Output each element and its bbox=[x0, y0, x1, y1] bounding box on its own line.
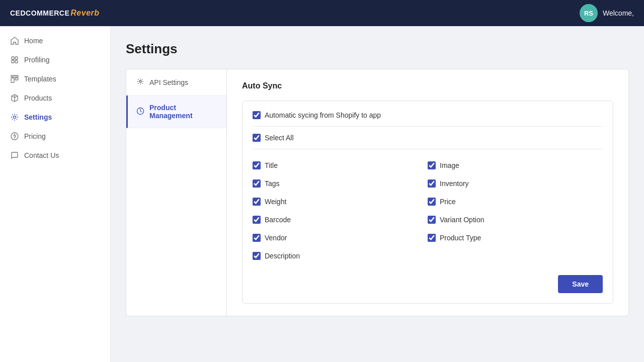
checkbox-variant-label: Variant Option bbox=[440, 216, 484, 224]
settings-nav-icon bbox=[10, 113, 19, 122]
svg-point-7 bbox=[14, 116, 16, 119]
checkbox-weight[interactable] bbox=[253, 198, 261, 206]
checkbox-barcode[interactable] bbox=[253, 216, 261, 224]
select-all-checkbox[interactable] bbox=[253, 134, 261, 142]
sidebar-item-contact-label: Contact Us bbox=[24, 151, 59, 159]
auto-sync-title: Auto Sync bbox=[242, 81, 613, 90]
checkbox-description-label: Description bbox=[265, 252, 300, 260]
sidebar-item-profiling[interactable]: Profiling bbox=[0, 50, 110, 69]
checkbox-col-2: Image Inventory Price bbox=[428, 156, 603, 265]
svg-point-8 bbox=[11, 133, 18, 140]
sidebar-item-home[interactable]: Home bbox=[0, 31, 110, 50]
settings-nav-api[interactable]: API Settings bbox=[126, 69, 226, 96]
svg-rect-4 bbox=[11, 75, 18, 77]
checkbox-tags[interactable] bbox=[253, 179, 261, 188]
sidebar-item-products[interactable]: Products bbox=[0, 88, 110, 108]
save-row: Save bbox=[253, 275, 603, 293]
divider-2 bbox=[253, 149, 603, 149]
checkbox-inventory-label: Inventory bbox=[440, 179, 469, 188]
settings-nav-product-mgmt[interactable]: Product Management bbox=[126, 96, 226, 128]
main-content: Settings API Settings bbox=[111, 26, 644, 362]
checkbox-vendor[interactable] bbox=[253, 234, 261, 242]
clock-icon bbox=[136, 107, 144, 117]
checkbox-price-label: Price bbox=[440, 198, 456, 206]
checkbox-grid: Title Tags Weight bbox=[253, 156, 603, 265]
gear-icon bbox=[136, 77, 144, 87]
auto-sync-label: Automatic sycing from Shopify to app bbox=[265, 111, 381, 119]
home-icon bbox=[10, 36, 19, 45]
layout: Home Profiling Templates bbox=[0, 26, 644, 362]
select-all-row: Select All bbox=[253, 134, 603, 142]
settings-nav-product-label: Product Management bbox=[149, 104, 216, 120]
checkbox-inventory-row: Inventory bbox=[428, 174, 603, 193]
checkbox-variant-row: Variant Option bbox=[428, 211, 603, 229]
checkbox-vendor-row: Vendor bbox=[253, 229, 428, 247]
svg-rect-6 bbox=[15, 78, 18, 80]
sidebar: Home Profiling Templates bbox=[0, 26, 111, 362]
sidebar-item-templates-label: Templates bbox=[24, 75, 56, 83]
sidebar-item-pricing[interactable]: Pricing bbox=[0, 127, 110, 146]
divider-1 bbox=[253, 126, 603, 127]
svg-rect-3 bbox=[15, 60, 18, 63]
auto-sync-row: Automatic sycing from Shopify to app bbox=[253, 111, 603, 119]
save-button[interactable]: Save bbox=[558, 275, 603, 293]
checkbox-image-row: Image bbox=[428, 156, 603, 174]
welcome-text: Welcome, bbox=[603, 9, 634, 17]
sidebar-item-products-label: Products bbox=[24, 94, 52, 102]
products-icon bbox=[10, 94, 19, 103]
logo-ced: CEDCOMMERCE bbox=[10, 9, 69, 17]
sidebar-item-settings[interactable]: Settings bbox=[0, 108, 110, 127]
checkbox-barcode-row: Barcode bbox=[253, 211, 428, 229]
checkbox-product-type-row: Product Type bbox=[428, 229, 603, 247]
settings-nav-api-label: API Settings bbox=[149, 78, 188, 86]
select-all-label: Select All bbox=[265, 134, 294, 142]
checkbox-weight-label: Weight bbox=[265, 198, 286, 206]
pricing-icon bbox=[10, 132, 19, 141]
checkbox-product-type-label: Product Type bbox=[440, 234, 481, 242]
checkbox-variant[interactable] bbox=[428, 216, 436, 224]
sidebar-item-pricing-label: Pricing bbox=[24, 132, 46, 140]
sidebar-item-templates[interactable]: Templates bbox=[0, 69, 110, 88]
page-title: Settings bbox=[126, 41, 629, 57]
avatar: RS bbox=[580, 4, 598, 22]
checkbox-title-label: Title bbox=[265, 161, 278, 169]
auto-sync-checkbox[interactable] bbox=[253, 111, 261, 119]
checkbox-barcode-label: Barcode bbox=[265, 216, 291, 224]
sidebar-item-home-label: Home bbox=[24, 37, 43, 45]
checkbox-price-row: Price bbox=[428, 193, 603, 211]
checkbox-description-row: Description bbox=[253, 247, 428, 265]
contact-icon bbox=[10, 151, 19, 160]
sidebar-item-contact-us[interactable]: Contact Us bbox=[0, 146, 110, 165]
checkbox-tags-row: Tags bbox=[253, 174, 428, 193]
settings-content-area: Auto Sync Automatic sycing from Shopify … bbox=[227, 69, 628, 316]
svg-point-9 bbox=[139, 80, 141, 82]
checkbox-product-type[interactable] bbox=[428, 234, 436, 242]
checkbox-tags-label: Tags bbox=[265, 179, 280, 188]
checkbox-inventory[interactable] bbox=[428, 179, 436, 188]
templates-icon bbox=[10, 74, 19, 83]
checkbox-vendor-label: Vendor bbox=[265, 234, 287, 242]
profiling-icon bbox=[10, 55, 19, 64]
svg-rect-5 bbox=[11, 78, 14, 82]
header: CEDCOMMERCE Reverb RS Welcome, bbox=[0, 0, 644, 26]
checkbox-image[interactable] bbox=[428, 161, 436, 169]
logo-reverb: Reverb bbox=[70, 9, 99, 18]
checkbox-image-label: Image bbox=[440, 161, 459, 169]
checkbox-price[interactable] bbox=[428, 198, 436, 206]
checkbox-title[interactable] bbox=[253, 161, 261, 169]
svg-rect-2 bbox=[12, 60, 14, 63]
settings-container: API Settings Product Management Auto Syn… bbox=[126, 69, 629, 316]
sidebar-item-settings-label: Settings bbox=[24, 113, 52, 121]
checkbox-col-1: Title Tags Weight bbox=[253, 156, 428, 265]
header-right: RS Welcome, bbox=[580, 4, 634, 22]
logo: CEDCOMMERCE Reverb bbox=[10, 9, 100, 18]
checkbox-description[interactable] bbox=[253, 252, 261, 260]
sidebar-item-profiling-label: Profiling bbox=[24, 56, 50, 64]
checkbox-title-row: Title bbox=[253, 156, 428, 174]
settings-sidebar: API Settings Product Management bbox=[126, 69, 227, 316]
svg-rect-0 bbox=[12, 57, 14, 59]
checkbox-weight-row: Weight bbox=[253, 193, 428, 211]
auto-sync-panel: Automatic sycing from Shopify to app Sel… bbox=[242, 101, 613, 304]
svg-rect-1 bbox=[15, 57, 18, 59]
